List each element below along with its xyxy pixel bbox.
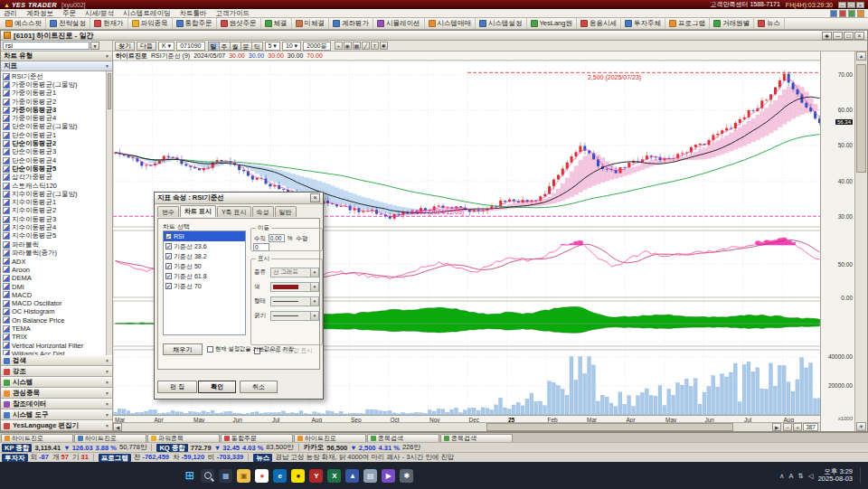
volume-icon[interactable]: ◁: [808, 472, 814, 480]
tree-item[interactable]: 단순이동평균5: [3, 165, 112, 173]
tree-item[interactable]: 파라볼릭: [3, 240, 112, 249]
indicator-search-input[interactable]: [3, 42, 90, 50]
close-icon[interactable]: ×: [854, 32, 864, 40]
market-combo[interactable]: K ▾: [158, 42, 175, 51]
tree-item[interactable]: MACD Oscillator: [3, 299, 112, 307]
window-tab-종목검색[interactable]: 종목검색: [367, 434, 439, 442]
tree-item[interactable]: 가중이동평균4: [3, 114, 112, 122]
symbol-code-input[interactable]: 071090: [176, 42, 204, 51]
menu-item-차트툴바[interactable]: 차트툴바: [180, 9, 207, 18]
tree-item[interactable]: MACD: [3, 291, 112, 299]
accordion-YesLanguage 편집기[interactable]: YesLanguage 편집기▼: [1, 420, 112, 431]
draw-line-icon[interactable]: ╱: [362, 42, 370, 50]
tree-scrollbar[interactable]: [106, 71, 112, 355]
quick-icon-4[interactable]: [857, 10, 864, 17]
chart-select-item[interactable]: 기준선 23.6: [164, 241, 245, 251]
toolbar-button-투자주체[interactable]: 투자주체: [621, 18, 665, 29]
종류-combo[interactable]: 선 그래프▼: [270, 268, 319, 277]
quick-icon-2[interactable]: [839, 10, 846, 17]
ime-indicator[interactable]: A: [789, 472, 794, 480]
settings-gear-icon[interactable]: ✱: [380, 42, 388, 50]
item-checkbox[interactable]: [165, 283, 172, 289]
menu-item-계좌정보[interactable]: 계좌정보: [26, 9, 53, 18]
item-checkbox[interactable]: [165, 253, 172, 259]
settings-icon[interactable]: ✱: [400, 469, 413, 483]
accordion-참조데이터[interactable]: 참조데이터▼: [1, 399, 112, 409]
yestrader-icon[interactable]: Y: [309, 469, 323, 483]
count1-combo[interactable]: 5 ▾: [265, 42, 280, 51]
kakao-icon[interactable]: ●: [291, 469, 305, 483]
toolbar-button-현재가[interactable]: 현재가: [90, 18, 128, 29]
굵기-combo[interactable]: ▼: [270, 311, 319, 321]
save-default-checkbox[interactable]: [207, 346, 213, 353]
toolbar-button-프로그램[interactable]: 프로그램: [665, 18, 710, 29]
player-icon[interactable]: ▶: [382, 469, 395, 483]
news-label[interactable]: 뉴스: [253, 454, 272, 462]
tree-item[interactable]: TRIX: [3, 333, 112, 341]
toolbar-button-시스템매매[interactable]: 시스템매매: [425, 18, 476, 29]
news-ticker[interactable]: 경남 고성 농장 화재, 닭 4000여 마리 폐사 - 3시간 만에 진압: [275, 453, 454, 462]
scrollbar-thumb[interactable]: [856, 64, 866, 173]
start-button[interactable]: ⊞: [183, 469, 196, 483]
kospi-label[interactable]: KP 종합: [2, 444, 32, 452]
tree-item[interactable]: ADX: [3, 258, 112, 266]
horizontal-scrollbar[interactable]: ◀ ▶ − + 387: [113, 422, 820, 431]
chart-select-item[interactable]: 기준선 70: [164, 281, 245, 291]
period-일[interactable]: 일: [208, 42, 220, 51]
toolbar-button-통합주문[interactable]: 통합주문: [173, 18, 217, 29]
tree-item[interactable]: Vertical Horizontal Filter: [3, 342, 112, 350]
zoom-in-icon[interactable]: ◉: [344, 42, 352, 50]
chevron-down-icon[interactable]: ▼: [90, 42, 99, 50]
chart-select-item[interactable]: 기준선 50: [164, 261, 245, 271]
tree-item[interactable]: 단순이동평균4: [3, 156, 112, 165]
menu-item-주문[interactable]: 주문: [62, 9, 76, 18]
window-tab-통합주문[interactable]: 통합주문: [221, 434, 293, 442]
tree-item[interactable]: 단순이동평균(그물망): [3, 123, 112, 131]
zoom-out-icon[interactable]: −: [783, 423, 792, 431]
close-icon[interactable]: ×: [310, 193, 320, 202]
menu-item-시세/분석[interactable]: 시세/분석: [85, 9, 114, 18]
menu-item-시스템트레이딩[interactable]: 시스템트레이딩: [123, 9, 171, 18]
panel-header-chart-type[interactable]: 차트 유형▼: [1, 52, 112, 61]
tree-root-indicators[interactable]: 지표▼: [1, 61, 112, 71]
task-view-icon[interactable]: ▦: [219, 469, 232, 483]
toolbar-button-파워종목[interactable]: 파워종목: [128, 18, 173, 29]
toolbar-button-YesLang원[interactable]: YesLang원: [527, 18, 577, 29]
bar-count-input[interactable]: 2000봉: [303, 42, 331, 51]
tree-item[interactable]: 가중이동평균1: [3, 89, 112, 98]
window-tab-종목검색[interactable]: 종목검색: [440, 434, 513, 442]
notepad-icon[interactable]: ▤: [363, 469, 377, 483]
item-checkbox[interactable]: [165, 263, 172, 269]
accordion-시스템 도구[interactable]: 시스템 도구▼: [1, 409, 112, 420]
window-tab-파워종목[interactable]: 파워종목: [147, 434, 220, 442]
tree-item[interactable]: On Balance Price: [3, 316, 112, 324]
kosdaq-label[interactable]: KQ 종합: [156, 444, 187, 452]
tree-item[interactable]: 스토캐스틱120: [3, 182, 112, 190]
tree-item[interactable]: TEMA: [3, 324, 112, 333]
period-월[interactable]: 월: [231, 42, 241, 51]
chart-select-list[interactable]: RSI기준선 23.6기준선 38.2기준선 50기준선 61.8기준선 70: [163, 230, 246, 335]
tree-item[interactable]: OC Histogram: [3, 307, 112, 315]
period-틱[interactable]: 틱: [252, 42, 263, 51]
edit-button[interactable]: 편 집: [157, 381, 197, 393]
tree-item[interactable]: DEMA: [3, 274, 112, 282]
dialog-tab-속성[interactable]: 속성: [252, 206, 274, 217]
dialog-tab-일반[interactable]: 일반: [275, 206, 297, 217]
cancel-button[interactable]: 취소: [240, 381, 278, 393]
menu-item-고객가이드[interactable]: 고객가이드: [216, 9, 250, 18]
toolbar-button-미체결[interactable]: 미체결: [292, 18, 330, 29]
tree-item[interactable]: 가중이동평균3: [3, 106, 112, 114]
minimize-icon[interactable]: ─: [833, 32, 843, 40]
chart-select-item[interactable]: RSI: [164, 231, 245, 241]
toolbar-button-거래원별[interactable]: 거래원별: [710, 18, 754, 29]
crosshair-icon[interactable]: +: [335, 42, 343, 50]
period-분[interactable]: 분: [241, 42, 252, 51]
chevron-down-icon[interactable]: ▼: [310, 297, 318, 306]
close-icon[interactable]: ×: [856, 2, 864, 8]
minimize-icon[interactable]: ─: [838, 2, 846, 8]
accordion-관심종목[interactable]: 관심종목▼: [1, 388, 112, 399]
search-icon[interactable]: [201, 469, 214, 483]
toolbar-button-시뮬레이션[interactable]: 시뮬레이션: [373, 18, 425, 29]
chart-select-item[interactable]: 기준선 38.2: [164, 251, 245, 261]
restore-icon[interactable]: □: [844, 32, 854, 40]
